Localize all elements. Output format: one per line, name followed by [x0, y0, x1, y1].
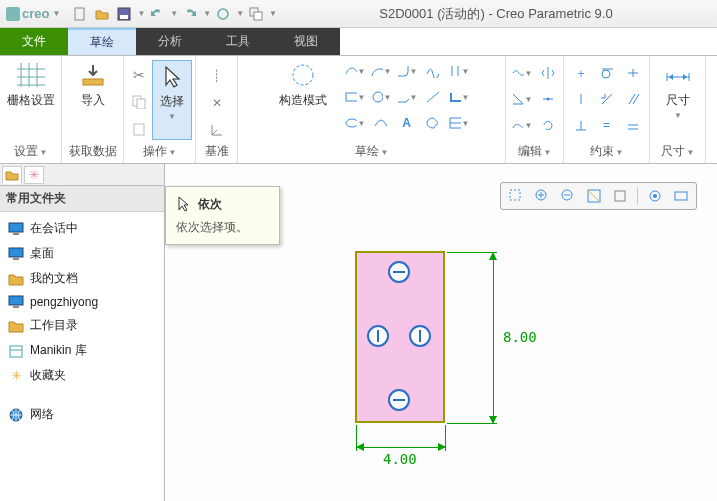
select-label: 选择	[160, 93, 184, 110]
spline-tool-icon[interactable]	[421, 60, 445, 82]
tree-item-3[interactable]: pengzhiyong	[0, 291, 164, 313]
divide-icon[interactable]	[536, 88, 560, 110]
line-tool-icon[interactable]: ▼	[343, 60, 367, 82]
tree-item-1[interactable]: 桌面	[0, 241, 164, 266]
hole-left[interactable]	[367, 325, 389, 347]
tree-item-6[interactable]: ✳收藏夹	[0, 363, 164, 388]
zoom-out-icon[interactable]	[557, 185, 579, 207]
dim-height[interactable]: 8.00	[503, 329, 537, 345]
tab-analysis[interactable]: 分析	[136, 28, 204, 55]
rotate-icon[interactable]	[536, 114, 560, 136]
regenerate-button[interactable]	[213, 4, 233, 24]
paste-icon[interactable]	[127, 119, 151, 140]
ribbon-group-operations: ✂ 选择 ▼ 操作▼	[124, 56, 196, 163]
mirror-icon[interactable]	[536, 62, 560, 84]
tangent-icon[interactable]	[595, 62, 619, 84]
coord-icon[interactable]	[205, 121, 229, 140]
parallel-icon[interactable]	[621, 88, 645, 110]
tab-sketch[interactable]: 草绘	[68, 28, 136, 55]
regen-dropdown-icon[interactable]: ▼	[236, 9, 244, 18]
globe-icon	[8, 408, 24, 422]
construction-mode-icon[interactable]	[287, 60, 319, 90]
tree-item-5[interactable]: Manikin 库	[0, 338, 164, 363]
folder-tab[interactable]	[2, 166, 22, 184]
symmetric-icon[interactable]	[595, 88, 619, 110]
vertical-icon[interactable]: ＋	[569, 62, 593, 84]
grid-icon[interactable]	[15, 60, 47, 90]
thicken-tool-icon[interactable]: ▼	[447, 86, 471, 108]
svg-point-54	[653, 194, 657, 198]
dim-ext-bottom	[447, 423, 497, 424]
svg-point-18	[373, 92, 383, 102]
grid-label: 栅格设置	[7, 92, 55, 109]
redo-dropdown-icon[interactable]: ▼	[203, 9, 211, 18]
offset-tool-icon[interactable]: ▼	[447, 60, 471, 82]
undo-dropdown-icon[interactable]: ▼	[170, 9, 178, 18]
delete-icon[interactable]: ✕	[205, 93, 229, 112]
logo-dropdown-icon[interactable]: ▼	[52, 9, 60, 18]
circle-tool-icon[interactable]: ▼	[369, 86, 393, 108]
tree-item-2[interactable]: 我的文档	[0, 266, 164, 291]
tab-file[interactable]: 文件	[0, 28, 68, 55]
tree-item-label: 我的文档	[30, 270, 78, 287]
saved-view-icon[interactable]	[644, 185, 666, 207]
text-tool-icon[interactable]: A	[395, 112, 419, 134]
open-file-button[interactable]	[92, 4, 112, 24]
project-tool-icon[interactable]: ▼	[447, 112, 471, 134]
app-logo: creo ▼	[6, 6, 60, 21]
ellipse-tool-icon[interactable]: ▼	[343, 112, 367, 134]
trim-icon[interactable]: ▼	[510, 62, 534, 84]
svg-point-16	[293, 65, 313, 85]
favorites-tab[interactable]: ✳	[24, 166, 44, 184]
palette-tool-icon[interactable]	[421, 112, 445, 134]
fillet-tool-icon[interactable]: ▼	[395, 60, 419, 82]
tab-view[interactable]: 视图	[272, 28, 340, 55]
save-dropdown-icon[interactable]: ▼	[137, 9, 145, 18]
windows-dropdown-icon[interactable]: ▼	[269, 9, 277, 18]
tree-item-4[interactable]: 工作目录	[0, 313, 164, 338]
copy-icon[interactable]	[127, 91, 151, 112]
hole-top[interactable]	[388, 261, 410, 283]
coincident-icon[interactable]	[621, 114, 645, 136]
conic-tool-icon[interactable]	[369, 112, 393, 134]
perpendicular-icon[interactable]	[569, 114, 593, 136]
rect-tool-icon[interactable]: ▼	[343, 86, 367, 108]
group-title-edit: 编辑▼	[506, 143, 563, 160]
zoom-window-icon[interactable]	[505, 185, 527, 207]
corner-icon[interactable]: ▼	[510, 88, 534, 110]
svg-rect-41	[13, 306, 19, 308]
import-icon[interactable]	[77, 60, 109, 90]
refit-icon[interactable]	[583, 185, 605, 207]
horizontal-icon[interactable]	[569, 88, 593, 110]
display-settings-icon[interactable]	[670, 185, 692, 207]
hole-bottom[interactable]	[388, 389, 410, 411]
redo-button[interactable]	[180, 4, 200, 24]
group-title-constrain: 约束▼	[564, 143, 649, 160]
point-tool-icon[interactable]	[421, 86, 445, 108]
dimension-icon[interactable]	[662, 60, 694, 90]
svg-rect-55	[675, 192, 687, 200]
cut-icon[interactable]: ✂	[127, 64, 151, 85]
equal-icon[interactable]: =	[595, 114, 619, 136]
group-title-dim: 尺寸▼	[650, 143, 705, 160]
extend-icon[interactable]: ▼	[510, 114, 534, 136]
chamfer-tool-icon[interactable]: ▼	[395, 86, 419, 108]
midpoint-icon[interactable]	[621, 62, 645, 84]
tree-item-0[interactable]: 在会话中	[0, 216, 164, 241]
dim-width[interactable]: 4.00	[383, 451, 417, 467]
tree-item-7[interactable]: 网络	[0, 402, 164, 427]
centerline-icon[interactable]: ┊	[205, 66, 229, 85]
monitor-icon	[8, 247, 24, 261]
windows-button[interactable]	[246, 4, 266, 24]
svg-rect-5	[254, 12, 262, 20]
hole-right[interactable]	[409, 325, 431, 347]
zoom-in-icon[interactable]	[531, 185, 553, 207]
arc-tool-icon[interactable]: ▼	[369, 60, 393, 82]
tab-tools[interactable]: 工具	[204, 28, 272, 55]
new-file-button[interactable]	[70, 4, 90, 24]
tree-item-label: 网络	[30, 406, 54, 423]
save-button[interactable]	[114, 4, 134, 24]
select-button[interactable]: 选择 ▼	[152, 60, 192, 140]
view-display-icon[interactable]	[609, 185, 631, 207]
undo-button[interactable]	[147, 4, 167, 24]
